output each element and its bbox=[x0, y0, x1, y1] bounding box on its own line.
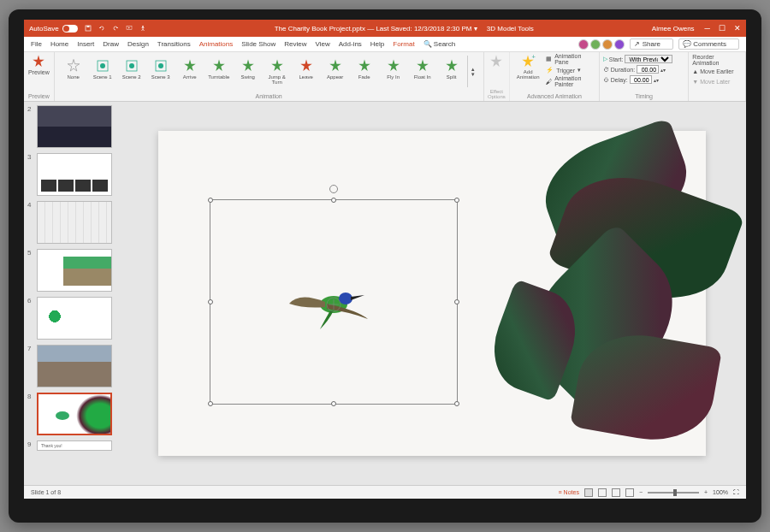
preview-icon[interactable] bbox=[31, 54, 46, 69]
anim-fade[interactable]: Fade bbox=[351, 56, 378, 87]
slide-thumb-8[interactable]: 8 bbox=[27, 393, 115, 435]
anim-scene1[interactable]: Scene 1 bbox=[89, 56, 116, 87]
resize-handle-s[interactable] bbox=[331, 401, 336, 406]
avatar[interactable] bbox=[614, 39, 625, 50]
svg-point-3 bbox=[142, 26, 144, 27]
menu-design[interactable]: Design bbox=[127, 40, 149, 48]
animation-pane-button[interactable]: ▦ Animation Pane bbox=[546, 54, 595, 64]
animation-painter-button[interactable]: 🖌 Animation Painter bbox=[546, 76, 595, 86]
zoom-slider[interactable] bbox=[648, 492, 699, 494]
slide-thumb-3[interactable]: 3 bbox=[27, 153, 115, 196]
menu-view[interactable]: View bbox=[316, 40, 330, 48]
slide-thumb-2[interactable]: 2 bbox=[27, 105, 115, 148]
document-title: The Charity Book Project.pptx — Last Sav… bbox=[157, 25, 652, 33]
resize-handle-ne[interactable] bbox=[454, 198, 459, 203]
slide-thumb-9[interactable]: 9Thank you! bbox=[27, 440, 115, 451]
anim-appear[interactable]: Appear bbox=[322, 56, 349, 87]
duration-input[interactable] bbox=[637, 65, 659, 74]
save-icon[interactable] bbox=[85, 25, 92, 32]
notes-button[interactable]: ≡ Notes bbox=[559, 489, 579, 495]
avatar[interactable] bbox=[578, 39, 589, 50]
anim-swing[interactable]: Swing bbox=[234, 56, 262, 87]
menu-transitions[interactable]: Transitions bbox=[157, 40, 191, 48]
move-earlier-button[interactable]: ▲ Move Earlier bbox=[692, 66, 742, 76]
toggle-switch[interactable] bbox=[62, 25, 78, 33]
redo-icon[interactable] bbox=[112, 25, 119, 32]
resize-handle-n[interactable] bbox=[331, 198, 336, 203]
slideshow-icon[interactable] bbox=[126, 25, 133, 32]
anim-scene3[interactable]: Scene 3 bbox=[147, 56, 175, 87]
slide-thumb-5[interactable]: 5 bbox=[27, 249, 115, 292]
preview-label[interactable]: Preview bbox=[28, 69, 50, 75]
start-select[interactable]: With Previous bbox=[625, 55, 672, 63]
anim-leave[interactable]: Leave bbox=[293, 56, 320, 87]
menu-home[interactable]: Home bbox=[50, 40, 68, 48]
zoom-in-button[interactable]: + bbox=[704, 489, 708, 495]
anim-fly-in[interactable]: Fly In bbox=[380, 56, 407, 87]
effect-options: Effect Options bbox=[484, 52, 511, 101]
menu-format[interactable]: Format bbox=[393, 40, 414, 48]
menu-insert[interactable]: Insert bbox=[77, 40, 94, 48]
delay-input[interactable] bbox=[630, 75, 652, 84]
normal-view-icon[interactable] bbox=[584, 488, 593, 497]
slide-panel[interactable]: 2 3 4 5 6 7 8 9Thank you! bbox=[24, 102, 118, 485]
anim-jump-turn[interactable]: Jump & Turn bbox=[264, 56, 291, 87]
resize-handle-nw[interactable] bbox=[208, 198, 213, 203]
menu-draw[interactable]: Draw bbox=[103, 40, 119, 48]
window-controls: ─ ☐ ✕ bbox=[705, 24, 741, 33]
workspace: 2 3 4 5 6 7 8 9Thank you! bbox=[24, 102, 746, 485]
autosave-toggle[interactable]: AutoSave bbox=[29, 25, 78, 33]
slide-canvas[interactable] bbox=[118, 102, 746, 485]
selection-box[interactable] bbox=[210, 199, 458, 405]
animation-gallery[interactable]: None Scene 1 Scene 2 Scene 3 Arrive Turn… bbox=[58, 54, 480, 89]
resize-handle-sw[interactable] bbox=[208, 401, 213, 406]
anim-arrive[interactable]: Arrive bbox=[176, 56, 204, 87]
avatar[interactable] bbox=[602, 39, 613, 50]
current-slide bbox=[158, 131, 706, 456]
status-bar: Slide 1 of 8 ≡ Notes − + 100% ⛶ bbox=[24, 485, 746, 499]
slide-thumb-4[interactable]: 4 bbox=[27, 201, 115, 244]
search-button[interactable]: 🔍 Search bbox=[424, 40, 465, 48]
menu-review[interactable]: Review bbox=[284, 40, 306, 48]
zoom-out-button[interactable]: − bbox=[639, 489, 643, 495]
gallery-expand[interactable]: ▲▼ bbox=[467, 56, 478, 87]
anim-split[interactable]: Split bbox=[438, 56, 465, 87]
menu-addins[interactable]: Add-ins bbox=[339, 40, 362, 48]
close-button[interactable]: ✕ bbox=[734, 24, 741, 33]
svg-text:+: + bbox=[532, 54, 536, 61]
slide-counter[interactable]: Slide 1 of 8 bbox=[31, 489, 61, 495]
comments-button[interactable]: 💬 Comments bbox=[678, 38, 739, 50]
rotation-handle[interactable] bbox=[329, 185, 338, 193]
menu-help[interactable]: Help bbox=[370, 40, 384, 48]
minimize-button[interactable]: ─ bbox=[705, 24, 710, 33]
accessibility-icon[interactable] bbox=[139, 25, 146, 32]
menu-slideshow[interactable]: Slide Show bbox=[241, 40, 275, 48]
add-animation-button[interactable]: + Add Animation bbox=[513, 54, 542, 93]
reading-view-icon[interactable] bbox=[612, 488, 620, 497]
resize-handle-w[interactable] bbox=[208, 299, 213, 304]
ribbon-group-reorder: Reorder Animation ▲ Move Earlier ▼ Move … bbox=[689, 52, 746, 101]
avatar[interactable] bbox=[590, 39, 601, 50]
anim-float-in[interactable]: Float In bbox=[409, 56, 436, 87]
menu-file[interactable]: File bbox=[31, 40, 42, 48]
resize-handle-se[interactable] bbox=[454, 401, 459, 406]
fit-button[interactable]: ⛶ bbox=[733, 489, 739, 495]
collaborator-avatars[interactable] bbox=[578, 39, 625, 50]
sorter-view-icon[interactable] bbox=[598, 488, 607, 497]
slideshow-view-icon[interactable] bbox=[625, 488, 634, 497]
anim-turntable[interactable]: Turntable bbox=[205, 56, 233, 87]
share-button[interactable]: ↗ Share bbox=[630, 38, 673, 50]
anim-scene2[interactable]: Scene 2 bbox=[118, 56, 145, 87]
hummingbird-3d-model[interactable] bbox=[282, 266, 385, 338]
zoom-level[interactable]: 100% bbox=[713, 489, 728, 495]
undo-icon[interactable] bbox=[98, 25, 105, 32]
resize-handle-e[interactable] bbox=[454, 299, 459, 304]
maximize-button[interactable]: ☐ bbox=[719, 24, 726, 33]
slide-thumb-7[interactable]: 7 bbox=[27, 345, 115, 387]
user-name[interactable]: Aimee Owens bbox=[652, 25, 695, 33]
anim-none[interactable]: None bbox=[60, 56, 87, 87]
menu-animations[interactable]: Animations bbox=[199, 40, 234, 48]
svg-point-5 bbox=[100, 63, 105, 68]
slide-thumb-6[interactable]: 6 bbox=[27, 297, 115, 340]
trigger-button[interactable]: ⚡ Trigger ▾ bbox=[546, 65, 595, 75]
